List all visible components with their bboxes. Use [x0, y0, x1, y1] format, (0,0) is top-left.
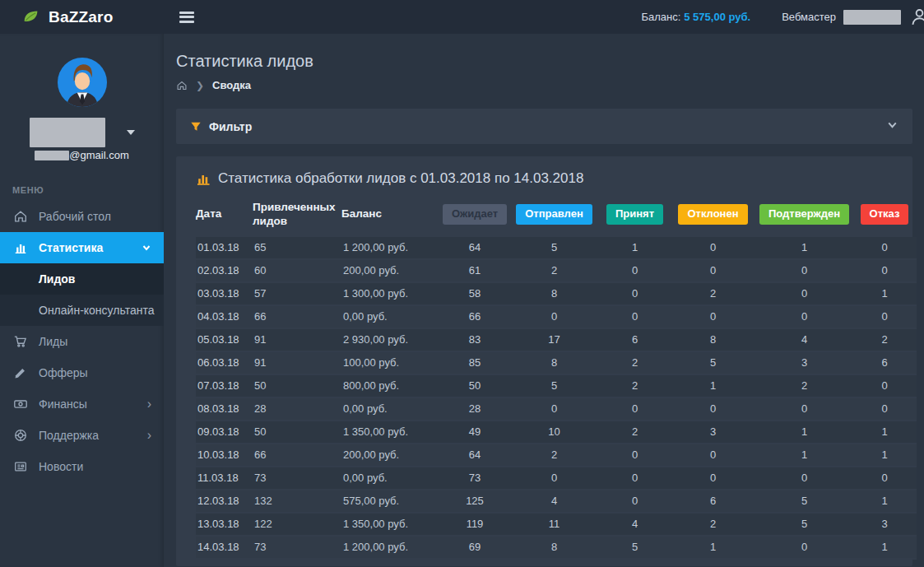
- cell: 0: [600, 259, 670, 282]
- cell: 1: [852, 421, 917, 444]
- sidebar-item-support[interactable]: Поддержка›: [0, 420, 164, 451]
- cell: 2: [600, 374, 670, 397]
- table-row: 05.03.18912 930,00 руб.83176842: [196, 328, 917, 351]
- cell: 0: [756, 282, 852, 305]
- sidebar-subitem-online-consultant-stats[interactable]: Онлайн-консультанта: [0, 295, 164, 326]
- breadcrumb-current: Сводка: [212, 79, 251, 91]
- cell: 69: [441, 536, 508, 559]
- cell: 2: [600, 351, 670, 374]
- cell: 4: [756, 328, 852, 351]
- sidebar-toggle-button[interactable]: [179, 12, 194, 23]
- cell: 12.03.18: [196, 490, 253, 513]
- sidebar-item-finance[interactable]: Финансы›: [0, 388, 164, 420]
- avatar[interactable]: [57, 57, 108, 108]
- cell: 0,00 руб.: [341, 397, 441, 421]
- totals-cell: 22: [756, 559, 852, 567]
- cell: 3: [852, 513, 917, 536]
- balance-value: 5 575,00 руб.: [684, 11, 750, 23]
- cell: 0: [600, 467, 670, 490]
- cart-icon: [12, 333, 29, 350]
- chevron-down-icon[interactable]: [886, 119, 898, 134]
- column-header-2: Баланс: [341, 198, 441, 237]
- cell: 1: [670, 536, 756, 559]
- sidebar-item-label: Лиды: [39, 335, 151, 348]
- status-badge-accepted[interactable]: Принят: [606, 204, 663, 225]
- sidebar-submenu: ЛидовОнлайн-консультанта: [0, 263, 164, 326]
- menu-section-label: МЕНЮ: [12, 185, 164, 195]
- totals-cell: 28: [670, 559, 756, 567]
- column-header-declined: Отклонен: [670, 198, 756, 237]
- sidebar-item-news[interactable]: Новости: [0, 451, 164, 482]
- breadcrumb: ❯ Сводка: [176, 79, 912, 91]
- cell: 4: [600, 513, 670, 536]
- cell: 1: [670, 374, 756, 397]
- cell: 0: [756, 259, 852, 282]
- table-totals-row: Итого102411 205,00 руб.9948022282216: [196, 559, 917, 567]
- cell: 28: [253, 397, 341, 421]
- sidebar-item-statistics[interactable]: Статистика: [0, 232, 164, 263]
- cell: 0: [600, 397, 670, 421]
- cell: 0: [852, 397, 917, 421]
- brand-name: BaZZaro: [49, 8, 113, 26]
- cell: 50: [253, 421, 341, 444]
- panel-title: Статистика обработки лидов с 01.03.2018 …: [176, 170, 912, 187]
- cell: 1: [600, 237, 670, 259]
- cell: 0,00 руб.: [341, 305, 441, 328]
- table-body: 01.03.18651 200,00 руб.645101002.03.1860…: [196, 237, 917, 559]
- cell: 73: [441, 467, 508, 490]
- cell: 66: [253, 305, 341, 328]
- cell: 07.03.18: [196, 374, 253, 397]
- table-row: 12.03.18132575,00 руб.12540651: [196, 490, 917, 513]
- cell: 11: [508, 513, 600, 536]
- cell: 1: [852, 444, 917, 467]
- table-row: 01.03.18651 200,00 руб.6451010: [196, 237, 917, 259]
- column-header-refused: Отказ: [852, 198, 917, 237]
- cell: 14.03.18: [196, 536, 253, 559]
- sidebar-subitem-leads-stats[interactable]: Лидов: [0, 263, 164, 295]
- status-badge-confirmed[interactable]: Подтвержден: [759, 204, 849, 225]
- webmaster[interactable]: Вебмастер: [782, 10, 901, 25]
- chevron-right-icon: ›: [147, 429, 151, 442]
- brand[interactable]: BaZZaro: [0, 8, 164, 26]
- column-header-pending: Ожидает: [441, 198, 508, 237]
- sidebar-item-offers[interactable]: Офферы: [0, 357, 164, 388]
- status-badge-pending[interactable]: Ожидает: [443, 204, 507, 225]
- chevron-down-icon: [142, 243, 151, 253]
- lifebuoy-icon: [12, 427, 29, 444]
- cell: 4: [508, 490, 600, 513]
- sidebar-item-label: Новости: [39, 460, 151, 473]
- cell: 2: [670, 513, 756, 536]
- status-badge-sent[interactable]: Отправлен: [516, 204, 592, 225]
- email-local-redacted: [35, 151, 69, 160]
- cell: 0,00 руб.: [341, 467, 441, 490]
- cell: 5: [600, 536, 670, 559]
- cell: 2 930,00 руб.: [341, 328, 441, 351]
- cell: 91: [253, 351, 341, 374]
- cell: 0: [756, 397, 852, 421]
- pencil-icon: [12, 365, 29, 381]
- home-icon[interactable]: [176, 80, 188, 91]
- cell: 57: [253, 282, 341, 305]
- cell: 0: [670, 397, 756, 421]
- table-row: 09.03.18501 350,00 руб.49102311: [196, 421, 917, 444]
- table-row: 14.03.18731 200,00 руб.6985101: [196, 536, 917, 559]
- cell: 2: [600, 421, 670, 444]
- column-header-0: Дата: [196, 198, 253, 237]
- filter-bar[interactable]: Фильтр: [176, 109, 912, 144]
- status-badge-declined[interactable]: Отклонен: [678, 204, 747, 225]
- chevron-right-icon: ›: [147, 397, 151, 411]
- totals-cell: 1024: [253, 559, 341, 567]
- sidebar-item-leads[interactable]: Лиды: [0, 326, 164, 357]
- cell: 575,00 руб.: [341, 490, 441, 513]
- totals-cell: 16: [852, 559, 917, 567]
- cell: 66: [441, 305, 508, 328]
- profile-caret-icon[interactable]: [127, 130, 135, 135]
- cell: 6: [670, 490, 756, 513]
- cell: 61: [441, 259, 508, 282]
- cell: 85: [441, 351, 508, 374]
- user-silhouette-icon[interactable]: [909, 7, 924, 27]
- status-badge-refused[interactable]: Отказ: [861, 204, 909, 225]
- cell: 91: [253, 328, 341, 351]
- cell: 1 300,00 руб.: [341, 282, 441, 305]
- sidebar-item-desktop[interactable]: Рабочий стол: [0, 201, 164, 232]
